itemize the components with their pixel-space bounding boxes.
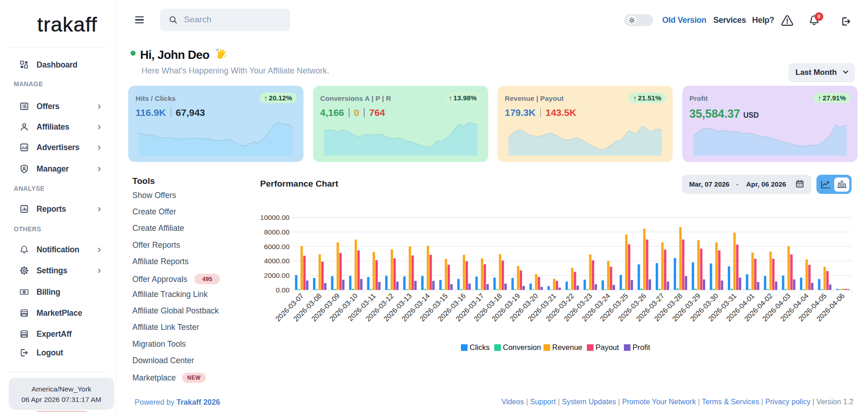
svg-text:2000.00: 2000.00 [264,271,289,279]
svg-text:6000.00: 6000.00 [264,243,289,250]
svg-text:$: $ [23,291,25,293]
svg-text:10000.00: 10000.00 [260,214,290,221]
svg-text:Ad: Ad [21,146,27,150]
svg-text:Conversion: Conversion [503,343,541,351]
svg-text:8000.00: 8000.00 [264,228,289,236]
svg-text:Clicks: Clicks [470,343,490,351]
svg-text:0.00: 0.00 [276,286,290,294]
svg-text:Revenue: Revenue [552,343,582,351]
svg-text:4000.00: 4000.00 [264,257,289,265]
svg-text:Payout: Payout [596,343,619,351]
svg-text:Profit: Profit [633,343,650,351]
